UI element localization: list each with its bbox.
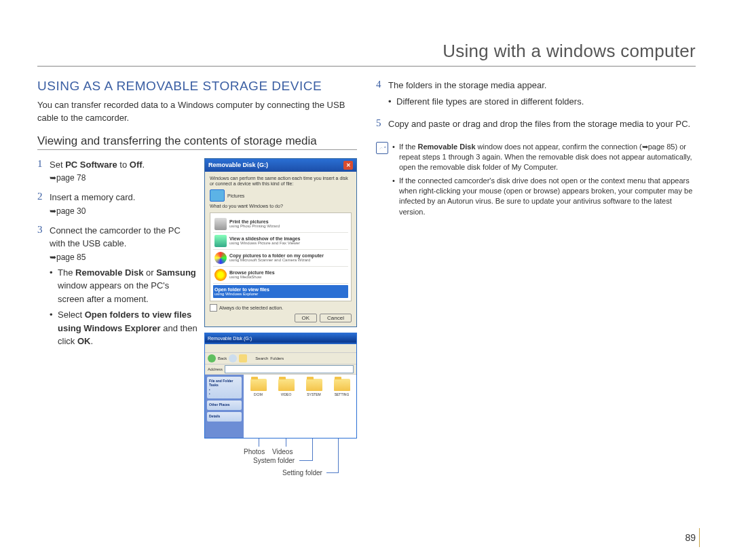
explorer-file-pane[interactable]: DCIM VIDEO SYSTEM bbox=[244, 375, 356, 438]
ok-button[interactable]: OK bbox=[295, 314, 318, 322]
folder-setting[interactable]: SETTING bbox=[330, 379, 354, 396]
page-ref: ➥page 30 bbox=[50, 205, 198, 217]
left-inner: 1 Set PC Software to Off. ➥page 78 2 Ins… bbox=[37, 158, 357, 495]
text: to bbox=[117, 160, 130, 170]
folders-label[interactable]: Folders bbox=[270, 356, 284, 360]
option-print[interactable]: Print the pictures using Photo Printing … bbox=[213, 216, 348, 233]
back-label[interactable]: Back bbox=[218, 356, 227, 360]
panel-title: File and Folder Tasks bbox=[209, 379, 240, 387]
option-text: Copy pictures to a folder on my computer… bbox=[229, 253, 347, 262]
explorer-toolbar: Back Search Folders bbox=[205, 353, 356, 365]
windows-explorer-window: Removable Disk (G:) Back Search Folders bbox=[204, 333, 357, 438]
step-number: 2 bbox=[37, 191, 50, 217]
subsection-divider bbox=[37, 149, 357, 150]
dialog-body: Windows can perform the same action each… bbox=[205, 172, 356, 326]
address-label: Address bbox=[208, 367, 223, 371]
checkbox-icon[interactable] bbox=[210, 304, 217, 312]
step-body: Copy and paste or drag and drop the file… bbox=[388, 117, 696, 131]
option-slideshow[interactable]: View a slideshow of the images using Win… bbox=[213, 233, 348, 250]
bold: Removable Disk bbox=[418, 143, 476, 151]
step-5: 5 Copy and paste or drag and drop the fi… bbox=[376, 117, 696, 131]
callout-line bbox=[286, 438, 286, 447]
divider bbox=[37, 66, 696, 67]
bold: Off bbox=[130, 160, 143, 170]
scanner-wizard-icon bbox=[214, 252, 227, 264]
step-number: 3 bbox=[37, 224, 50, 351]
folder-icon bbox=[250, 379, 267, 391]
explorer-body: File and Folder Tasks • • Other Places D… bbox=[205, 375, 356, 438]
explorer-menu-bar[interactable] bbox=[205, 344, 356, 353]
text: . bbox=[143, 160, 145, 170]
intro-paragraph: You can transfer recorded data to a Wind… bbox=[37, 99, 357, 125]
step-number: 5 bbox=[376, 117, 388, 131]
windows-autoplay-dialog: Removable Disk (G:) ✕ Windows can perfor… bbox=[204, 158, 357, 327]
text: The folders in the storage media appear. bbox=[388, 80, 546, 90]
option-text: Browse picture files using MediaShow bbox=[229, 270, 347, 279]
bold: Removable Disk bbox=[75, 267, 143, 278]
callout-photos: Photos bbox=[244, 448, 265, 455]
up-folder-icon[interactable] bbox=[239, 354, 247, 362]
pictures-label: Pictures bbox=[227, 193, 244, 198]
option-open-folder-selected[interactable]: Open folder to view files using Windows … bbox=[213, 285, 348, 298]
step-body: The folders in the storage media appear.… bbox=[388, 79, 696, 111]
back-icon[interactable] bbox=[208, 354, 216, 362]
note-box: If the Removable Disk window does not ap… bbox=[376, 142, 696, 221]
callout-line bbox=[259, 438, 259, 447]
dialog-title: Removable Disk (G:) bbox=[208, 162, 268, 168]
option-title: Browse picture files bbox=[229, 270, 347, 275]
side-panel-details[interactable]: Details bbox=[207, 412, 242, 422]
always-checkbox-row[interactable]: Always do the selected action. bbox=[210, 304, 352, 312]
folder-dcim[interactable]: DCIM bbox=[246, 379, 270, 396]
content-type-row: Pictures bbox=[210, 189, 352, 202]
text: Set bbox=[50, 160, 65, 170]
forward-icon[interactable] bbox=[229, 354, 237, 362]
text: If the bbox=[399, 143, 418, 151]
content-columns: USING AS A REMOVABLE STORAGE DEVICE You … bbox=[37, 79, 696, 495]
option-title: View a slideshow of the images bbox=[229, 236, 347, 241]
text: Select bbox=[58, 310, 85, 320]
list-item: Different file types are stored in diffe… bbox=[388, 95, 696, 109]
side-panel-places[interactable]: Other Places bbox=[207, 400, 242, 410]
option-browse[interactable]: Browse picture files using MediaShow bbox=[213, 267, 348, 284]
figure-explorer: Removable Disk (G:) Back Search Folders bbox=[204, 333, 357, 489]
panel-title: Other Places bbox=[209, 403, 240, 407]
chapter-title: Using with a windows computer bbox=[37, 41, 696, 62]
note-list: If the Removable Disk window does not ap… bbox=[392, 142, 696, 221]
dialog-prompt: What do you want Windows to do? bbox=[210, 204, 352, 209]
side-panel-tasks[interactable]: File and Folder Tasks • • bbox=[207, 377, 242, 398]
explorer-title-bar: Removable Disk (G:) bbox=[205, 333, 356, 344]
step-4: 4 The folders in the storage media appea… bbox=[376, 79, 696, 111]
close-icon[interactable]: ✕ bbox=[343, 161, 353, 170]
ref-text: page 85 bbox=[56, 253, 86, 262]
option-text: Open folder to view files using Windows … bbox=[214, 287, 347, 296]
list-item: If the connected camcorder's disk drive … bbox=[392, 176, 696, 218]
dialog-hint: Windows can perform the same action each… bbox=[210, 176, 352, 187]
cancel-button[interactable]: Cancel bbox=[320, 314, 352, 322]
bold: PC Software bbox=[65, 160, 117, 170]
right-column: 4 The folders in the storage media appea… bbox=[376, 79, 696, 495]
folder-video[interactable]: VIDEO bbox=[274, 379, 298, 396]
callout-line bbox=[338, 438, 339, 472]
option-title: Print the pictures bbox=[229, 219, 347, 224]
option-sub: using Windows Picture and Fax Viewer bbox=[229, 241, 347, 245]
left-column: USING AS A REMOVABLE STORAGE DEVICE You … bbox=[37, 79, 357, 495]
page-ref: ➥page 78 bbox=[50, 172, 198, 184]
step-1: 1 Set PC Software to Off. ➥page 78 bbox=[37, 158, 198, 185]
folder-system[interactable]: SYSTEM bbox=[302, 379, 326, 396]
mediashow-icon bbox=[214, 269, 227, 281]
section-heading: USING AS A REMOVABLE STORAGE DEVICE bbox=[37, 79, 357, 94]
list-item: The Removable Disk or Samsung window app… bbox=[50, 266, 198, 306]
option-copy[interactable]: Copy pictures to a folder on my computer… bbox=[213, 250, 348, 267]
address-input[interactable] bbox=[225, 365, 354, 373]
figure-dialog: Removable Disk (G:) ✕ Windows can perfor… bbox=[204, 158, 357, 327]
step-number: 4 bbox=[376, 79, 388, 111]
pictures-icon bbox=[210, 189, 225, 202]
option-sub: using MediaShow bbox=[229, 275, 347, 279]
text: The bbox=[58, 267, 75, 278]
options-list: Print the pictures using Photo Printing … bbox=[210, 212, 352, 301]
search-label[interactable]: Search bbox=[255, 356, 268, 360]
dialog-buttons: OK Cancel bbox=[210, 314, 352, 322]
option-title: Copy pictures to a folder on my computer bbox=[229, 253, 347, 258]
callout-line bbox=[312, 438, 313, 460]
text: Copy and paste or drag and drop the file… bbox=[388, 119, 690, 129]
